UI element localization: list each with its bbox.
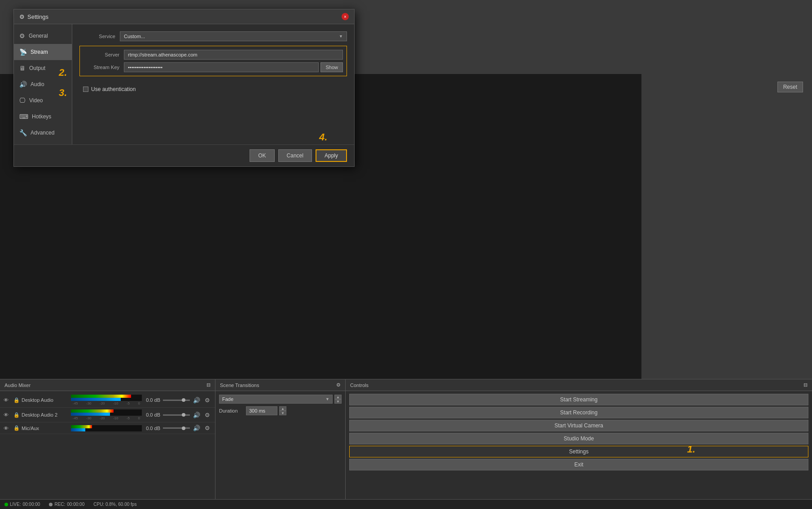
eye-icon-desktop2[interactable]: 👁	[4, 412, 9, 418]
scene-transitions-header: Scene Transitions ⚙	[215, 379, 345, 391]
lock-icon-mic[interactable]: 🔒	[13, 425, 20, 431]
audio-mixer-header-icons: ⊟	[206, 382, 211, 388]
controls-title: Controls	[350, 383, 369, 388]
meter-mic	[71, 425, 142, 431]
audio-mixer-collapse-icon[interactable]: ⊟	[206, 382, 211, 388]
exit-button[interactable]: Exit	[349, 459, 808, 470]
audio-icon: 🔊	[19, 81, 27, 88]
stream-key-label: Stream Key	[83, 65, 119, 70]
general-icon: ⚙	[19, 32, 25, 39]
vol-slider-mic[interactable]	[163, 427, 190, 429]
server-input[interactable]	[124, 50, 343, 60]
meter-desktop2: -45-30-20-10-50	[71, 409, 142, 420]
sidebar-label-stream: Stream	[31, 49, 48, 55]
channel-name-desktop: Desktop Audio	[22, 397, 71, 403]
cpu-label: CPU: 0.8%, 60.00 fps	[93, 502, 136, 507]
controls-content: Start Streaming Start Recording Start Vi…	[346, 391, 812, 473]
server-row: Server	[83, 50, 343, 60]
meter-bar-bottom-mic	[71, 428, 85, 431]
scene-transitions-settings-icon[interactable]: ⚙	[336, 382, 341, 388]
service-value: Custom...	[124, 34, 145, 39]
transition-spin-down[interactable]: ▼	[334, 399, 342, 404]
ok-button[interactable]: OK	[250, 149, 274, 162]
live-time: 00:00:00	[22, 502, 40, 507]
transition-type-value: Fade	[222, 396, 233, 402]
channel-controls-desktop: 🔊 ⚙	[163, 396, 211, 404]
server-label: Server	[83, 52, 119, 57]
sidebar-label-video: Video	[29, 97, 43, 104]
controls-collapse-icon[interactable]: ⊟	[803, 382, 808, 388]
start-virtual-camera-button[interactable]: Start Virtual Camera	[349, 420, 808, 431]
settings-button[interactable]: Settings	[349, 446, 808, 457]
live-dot	[4, 503, 8, 506]
sidebar-item-general[interactable]: ⚙ General	[14, 28, 72, 44]
meter-bar-top-mic	[71, 425, 92, 428]
service-label: Service	[79, 34, 115, 39]
duration-spin-up[interactable]: ▲	[279, 406, 286, 411]
eye-icon-mic[interactable]: 👁	[4, 426, 9, 431]
eye-icon-desktop[interactable]: 👁	[4, 397, 9, 403]
transition-spinner: ▲ ▼	[334, 395, 342, 404]
sidebar-item-hotkeys[interactable]: ⌨ Hotkeys	[14, 109, 72, 125]
meter-ticks-desktop2: -45-30-20-10-50	[71, 416, 142, 420]
lock-icon-desktop2[interactable]: 🔒	[13, 412, 20, 418]
mute-button-desktop2[interactable]: 🔊	[192, 411, 202, 419]
transition-type-select[interactable]: Fade ▼	[219, 395, 333, 404]
sidebar-label-hotkeys: Hotkeys	[32, 113, 51, 120]
channel-name-desktop2: Desktop Audio 2	[22, 412, 71, 418]
mute-button-mic[interactable]: 🔊	[192, 424, 202, 432]
channel-db-desktop: 0.0 dB	[145, 397, 160, 403]
service-row: Service Custom... ▼	[79, 31, 347, 41]
channel-controls-desktop2: 🔊 ⚙	[163, 411, 211, 419]
settings-button-desktop[interactable]: ⚙	[203, 396, 211, 404]
scene-transitions-title: Scene Transitions	[220, 383, 259, 388]
rec-time: 00:00:00	[67, 502, 84, 507]
bottom-sections: Audio Mixer ⊟ 👁 🔒 Desktop Audio	[0, 379, 812, 499]
dialog-sidebar: ⚙ General 📡 Stream 🖥 Output 🔊 Audio 🖵	[14, 24, 72, 144]
status-bar: LIVE: 00:00:00 REC: 00:00:00 CPU: 0.8%, …	[0, 499, 812, 509]
settings-gear-icon: ⚙	[19, 13, 25, 20]
sidebar-label-advanced: Advanced	[31, 130, 54, 136]
channel-controls-mic: 🔊 ⚙	[163, 424, 211, 432]
service-chevron-icon: ▼	[339, 34, 343, 39]
duration-label: Duration	[219, 408, 246, 413]
vol-slider-desktop2[interactable]	[163, 414, 190, 416]
stream-key-input[interactable]	[124, 62, 319, 72]
sidebar-item-stream[interactable]: 📡 Stream	[14, 44, 72, 60]
studio-mode-button[interactable]: Studio Mode	[349, 433, 808, 444]
step1-annotation: 1.	[687, 444, 695, 455]
use-auth-checkbox[interactable]	[83, 87, 88, 92]
service-select[interactable]: Custom... ▼	[120, 31, 347, 41]
transition-spin-up[interactable]: ▲	[334, 395, 342, 399]
settings-button-desktop2[interactable]: ⚙	[203, 411, 211, 419]
settings-button-mic[interactable]: ⚙	[203, 424, 211, 432]
dialog-footer: 4. OK Cancel Apply	[14, 144, 354, 166]
sidebar-item-advanced[interactable]: 🔧 Advanced	[14, 125, 72, 141]
hotkeys-icon: ⌨	[19, 113, 28, 120]
lock-icon-desktop[interactable]: 🔒	[13, 397, 20, 403]
duration-spin-down[interactable]: ▼	[279, 411, 286, 415]
show-stream-key-button[interactable]: Show	[320, 62, 343, 72]
stream-key-row: Stream Key Show	[83, 62, 343, 72]
cancel-button[interactable]: Cancel	[278, 149, 312, 162]
channel-name-mic: Mic/Aux	[22, 426, 71, 431]
step3-annotation: 3.	[59, 87, 67, 99]
transitions-content: Fade ▼ ▲ ▼ Duration ▲	[215, 391, 345, 422]
dialog-close-button[interactable]: ×	[342, 13, 349, 20]
start-streaming-button[interactable]: Start Streaming	[349, 394, 808, 405]
audio-mixer: Audio Mixer ⊟ 👁 🔒 Desktop Audio	[0, 379, 215, 499]
start-recording-button[interactable]: Start Recording	[349, 407, 808, 418]
vol-knob-mic	[182, 426, 185, 430]
apply-button[interactable]: Apply	[316, 149, 347, 162]
mute-button-desktop[interactable]: 🔊	[192, 396, 202, 404]
meter-desktop: -45-30-20-10-50	[71, 395, 142, 405]
stream-icon: 📡	[19, 48, 27, 56]
scene-transitions: Scene Transitions ⚙ Fade ▼ ▲ ▼	[215, 379, 346, 499]
duration-input[interactable]	[246, 406, 277, 415]
step4-annotation: 4.	[319, 131, 327, 143]
vol-slider-desktop[interactable]	[163, 400, 190, 401]
rec-label: REC:	[54, 502, 65, 507]
reset-button[interactable]: Reset	[777, 82, 803, 92]
channel-db-mic: 0.0 dB	[145, 426, 160, 431]
audio-channel-desktop: 👁 🔒 Desktop Audio -45-30-	[0, 393, 215, 408]
